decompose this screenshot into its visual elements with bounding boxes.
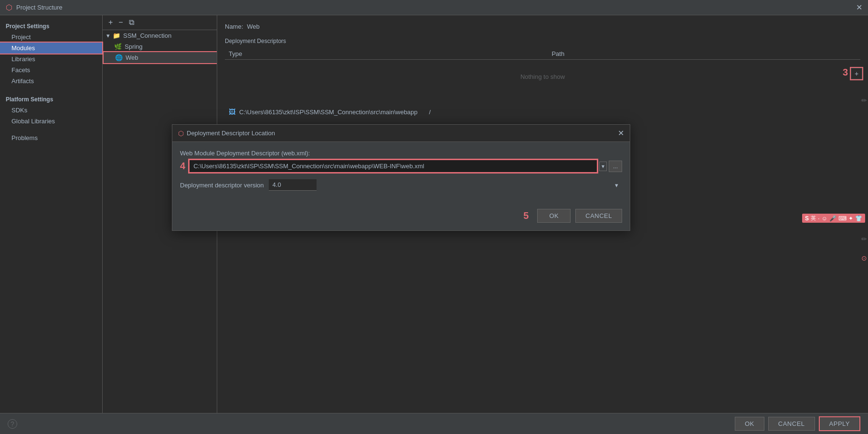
ime-dot: · [818,215,820,222]
ime-mic: 🎤 [829,215,836,222]
ime-s-label: S [805,215,809,222]
nothing-to-show: Nothing to show [229,62,857,92]
remove-module-button[interactable]: − [116,17,125,28]
name-row: Name: Web [225,23,860,30]
ime-emoji: ☺ [822,215,827,222]
sidebar-item-label: Libraries [11,55,35,63]
spring-icon: 🌿 [114,43,122,50]
webapp-separator: / [429,108,431,116]
sidebar-item-sdks[interactable]: SDKs [0,105,102,116]
sidebar-item-global-libraries[interactable]: Global Libraries [0,116,102,127]
add-module-button[interactable]: + [106,17,115,28]
dialog-close-button[interactable]: ✕ [618,129,624,138]
module-tree-toolbar: + − ⧉ [103,15,217,30]
apply-button[interactable]: APPLY [819,416,860,431]
name-label: Name: [225,23,243,30]
ime-keyboard: ⌨ [838,215,847,222]
edit-icon[interactable]: ✏ [861,97,867,104]
sidebar-item-label: Global Libraries [11,118,55,125]
sidebar-item-label: Artifacts [11,77,34,85]
descriptor-row: Web Module Deployment Descriptor (web.xm… [180,150,622,173]
sidebar-item-project[interactable]: Project [0,32,102,43]
dialog-title-text: Deployment Descriptor Location [187,130,275,137]
dialog-title: ⬡ Deployment Descriptor Location [178,130,275,137]
ime-label: 英 [811,215,816,222]
web-icon: 🌐 [115,54,123,61]
ime-more: ✦ [848,215,853,222]
module-tree-spring[interactable]: 🌿 Spring [103,41,217,52]
title-bar-left: ⬡ Project Structure [6,3,63,12]
sidebar-item-label: SDKs [11,107,27,114]
help-circle-icon[interactable]: ⊙ [861,254,867,262]
app-icon: ⬡ [6,3,12,12]
sidebar-item-label: Facets [11,66,30,74]
bottom-bar: ? OK CANCEL APPLY [0,413,868,434]
descriptor-label: Web Module Deployment Descriptor (web.xm… [180,150,622,157]
version-label: Deployment descriptor version [180,182,264,189]
sidebar-item-label: Problems [11,134,38,141]
sidebar-item-label: Modules [11,44,35,52]
version-row: Deployment descriptor version 4.0 [180,179,622,191]
sidebar-item-facets[interactable]: Facets [0,65,102,76]
ok-button[interactable]: OK [735,417,764,431]
sidebar-item-modules[interactable]: Modules 1 [0,43,102,54]
col-type: Type [225,48,548,60]
version-select[interactable]: 4.0 [269,179,317,191]
deployment-table: Type Path Nothing to show [225,48,860,94]
descriptor-input[interactable] [189,160,597,173]
add-deployment-button[interactable]: + [851,68,862,79]
dialog-cancel-button[interactable]: CANCEL [575,209,622,223]
sidebar-item-libraries[interactable]: Libraries [0,54,102,65]
project-settings-label: Project Settings [0,19,102,32]
platform-settings-label: Platform Settings [0,92,102,105]
title-bar: ⬡ Project Structure ✕ [0,0,868,15]
webapp-path: C:\Users\86135\zkt\ISP\SSM\SSM_Connectio… [239,108,418,116]
dialog-header: ⬡ Deployment Descriptor Location ✕ [172,125,630,142]
window-close-button[interactable]: ✕ [856,3,862,12]
module-tree-web[interactable]: 🌐 Web [103,52,217,63]
copy-module-button[interactable]: ⧉ [127,17,136,28]
folder-icon: 📁 [113,32,120,39]
sidebar-item-problems[interactable]: Problems [0,132,102,143]
dialog-deployment-descriptor: ⬡ Deployment Descriptor Location ✕ Web M… [172,124,630,231]
deployment-section-header: Deployment Descriptors [225,38,860,44]
name-value: Web [247,23,260,30]
cancel-button[interactable]: CANCEL [768,417,815,431]
descriptor-dropdown-button[interactable]: ▾ [599,162,607,171]
ime-toolbar: S 英 · ☺ 🎤 ⌨ ✦ 👕 [802,214,865,223]
help-button[interactable]: ? [8,419,17,429]
annotation-4: 4 [180,161,185,172]
webapp-icon: 🖼 [229,108,235,116]
expand-icon: ▾ [106,32,110,39]
annotation-3: 3 [843,67,848,78]
dialog-icon: ⬡ [178,130,184,137]
ime-extra: 👕 [855,215,862,222]
descriptor-browse-button[interactable]: ... [609,161,622,172]
version-select-wrap: 4.0 [269,179,622,191]
window-title: Project Structure [16,4,63,11]
dialog-ok-button[interactable]: OK [537,209,571,223]
module-web-label: Web [126,54,138,61]
module-parent-label: SSM_Connection [123,32,171,39]
edit-icon-2[interactable]: ✏ [861,235,867,243]
descriptor-input-row: 4 ▾ ... [180,160,622,173]
dialog-body: Web Module Deployment Descriptor (web.xm… [172,142,630,205]
col-path: Path [548,48,860,60]
sidebar-item-artifacts[interactable]: Artifacts [0,76,102,87]
sidebar-item-label: Project [11,33,31,41]
webapp-row: 🖼 C:\Users\86135\zkt\ISP\SSM\SSM_Connect… [225,105,860,119]
dialog-footer: 5 OK CANCEL [172,205,630,230]
module-tree-parent[interactable]: ▾ 📁 SSM_Connection 2 [103,30,217,41]
module-spring-label: Spring [125,43,143,50]
annotation-5: 5 [523,210,529,221]
sidebar: Project Settings Project Modules 1 Libra… [0,15,103,413]
